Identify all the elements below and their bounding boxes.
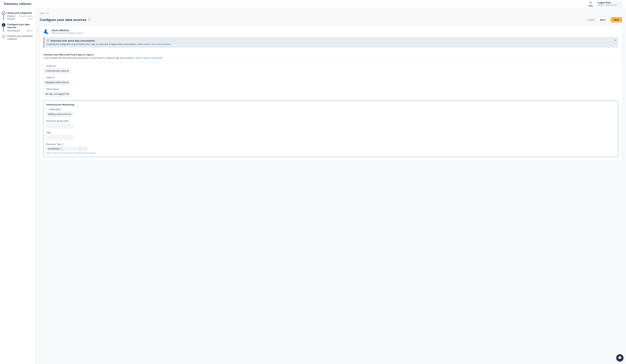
infra-title: Infrastructure Monitoring (46, 103, 616, 106)
client-secret-label: Client Secret (43, 88, 618, 90)
account-selector[interactable]: Logzio Prod Admin | Main account (596, 1, 622, 7)
banner-title: Important note about data consumption (51, 39, 95, 42)
azure-logo-icon (43, 28, 49, 35)
subscription-input[interactable] (46, 112, 73, 117)
page-title: Configure your data sources (40, 18, 90, 22)
documentation-link[interactable]: documentation (156, 43, 170, 45)
tags-label: Tags (46, 131, 616, 134)
step-number-3: 3 (2, 35, 5, 38)
svg-line-2 (590, 2, 590, 2)
content-area: Step 2/3 Configure your data sources Can… (36, 8, 626, 364)
step-finalize-collector[interactable]: 3 Finalize your telemetry collector (2, 35, 33, 41)
svg-point-1 (590, 2, 591, 3)
chevron-down-icon[interactable] (83, 147, 87, 150)
svg-line-4 (590, 3, 590, 3)
back-button[interactable]: Back (597, 17, 609, 22)
subscription-label: Subscription (46, 108, 616, 111)
card-title: Azure Metrics (51, 29, 84, 32)
resource-type-chip: All Services ✕ (47, 147, 63, 150)
account-type: Main account (606, 4, 617, 6)
client-id-input[interactable] (43, 80, 71, 85)
account-role: Admin (598, 4, 603, 6)
chat-icon (618, 356, 622, 360)
client-id-label: Client ID (43, 76, 618, 79)
step-setup-integration[interactable]: Setup your integration PlatformCloud Fet… (2, 12, 33, 20)
check-icon (2, 12, 5, 15)
resource-group-label: Resource group name (46, 120, 616, 122)
close-banner-button[interactable]: ✕ (614, 39, 616, 42)
chevron-down-icon (619, 2, 621, 5)
step-title: Finalize your telemetry collector (7, 35, 33, 41)
app-title: Telemetry collector (4, 2, 32, 6)
consumption-warning-banner: Important note about data consumption In… (43, 37, 618, 48)
step-indicator: Step 2/3 (40, 12, 622, 15)
help-circle-icon[interactable] (63, 143, 65, 146)
step-title: Setup your integration (7, 12, 33, 14)
svg-point-11 (63, 144, 64, 145)
tags-input[interactable] (46, 135, 73, 140)
step-title: Configure your data sources (7, 23, 33, 29)
svg-line-5 (591, 3, 591, 3)
cancel-button[interactable]: Cancel (587, 18, 594, 21)
wizard-stepper: Setup your integration PlatformCloud Fet… (0, 8, 36, 364)
resource-type-label: Resource Type (46, 143, 616, 146)
chat-fab[interactable] (616, 354, 624, 362)
top-bar: Telemetry collector Help Logzio Prod Adm… (0, 0, 626, 8)
azure-metrics-card: Azure Metrics Ship your Azure metrics to… (40, 26, 622, 161)
account-name: Logzio Prod (598, 2, 617, 4)
tenant-id-label: Tenant ID (43, 65, 618, 67)
megaphone-icon (47, 39, 49, 42)
lifebuoy-icon (589, 1, 592, 4)
next-button[interactable]: Next (611, 17, 622, 22)
remove-chip-icon[interactable]: ✕ (61, 148, 62, 150)
step-configure-sources[interactable]: 2 Configure your data sources Azure Metr… (2, 23, 33, 32)
connect-section: Connect your Microsoft Azure app to Logz… (40, 50, 622, 62)
client-secret-input[interactable] (43, 92, 71, 97)
step-number-2: 2 (2, 23, 5, 27)
help-button[interactable]: Help (588, 1, 593, 7)
infrastructure-monitoring-panel: Infrastructure Monitoring Subscription R… (43, 101, 618, 157)
resource-type-select[interactable]: All Services ✕ ✕ (46, 146, 88, 151)
svg-line-3 (591, 2, 591, 2)
step-guide-link[interactable]: See our step-by-step guide (135, 57, 162, 59)
resource-group-input[interactable] (46, 123, 73, 128)
card-subtitle: Ship your Azure metrics to logz.io (51, 32, 84, 34)
clear-select-icon[interactable]: ✕ (78, 147, 82, 150)
tenant-id-input[interactable] (43, 69, 71, 73)
help-circle-icon[interactable] (88, 18, 90, 22)
close-icon: ✕ (614, 39, 616, 42)
resource-type-help: Send metrics that include any of these r… (46, 152, 616, 154)
credentials-form: Tenant ID Client ID Client Secret (40, 62, 622, 101)
connect-title: Connect your Microsoft Azure app to Logz… (43, 53, 618, 56)
help-label: Help (588, 5, 593, 7)
